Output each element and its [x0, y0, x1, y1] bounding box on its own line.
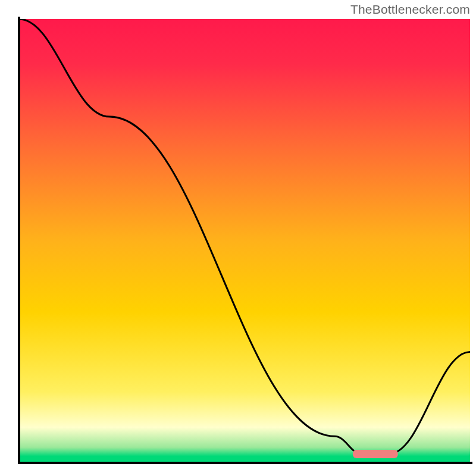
- bottleneck-chart: [0, 0, 476, 476]
- gradient-background: [19, 19, 470, 463]
- optimal-range-marker: [353, 450, 398, 458]
